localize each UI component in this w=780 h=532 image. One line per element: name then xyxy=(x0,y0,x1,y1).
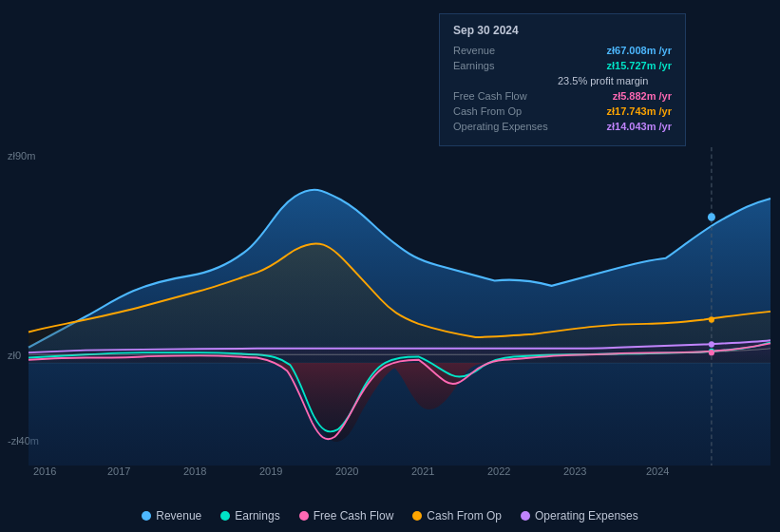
x-label-2019: 2019 xyxy=(259,466,282,477)
chart-legend: Revenue Earnings Free Cash Flow Cash Fro… xyxy=(0,509,780,522)
tooltip-value-earnings: zł15.727m /yr xyxy=(607,60,673,71)
tooltip-row-cashfromop: Cash From Op zł17.743m /yr xyxy=(453,105,672,117)
legend-label-fcf: Free Cash Flow xyxy=(314,509,394,522)
tooltip-row-earnings: Earnings zł15.727m /yr xyxy=(453,60,672,71)
chart-svg xyxy=(29,147,770,466)
tooltip-value-cashfromop: zł17.743m /yr xyxy=(607,105,673,117)
chart-area xyxy=(29,147,770,466)
tooltip-value-fcf: zł5.882m /yr xyxy=(613,90,672,102)
opex-dot xyxy=(709,341,714,347)
tooltip-label-fcf: Free Cash Flow xyxy=(453,90,558,102)
legend-item-opex[interactable]: Operating Expenses xyxy=(521,509,638,522)
tooltip-row-revenue: Revenue zł67.008m /yr xyxy=(453,45,672,56)
x-label-2017: 2017 xyxy=(107,466,130,477)
legend-dot-fcf xyxy=(299,511,309,521)
tooltip-label-opex: Operating Expenses xyxy=(453,121,558,132)
x-label-2021: 2021 xyxy=(411,466,434,477)
chart-container: Sep 30 2024 Revenue zł67.008m /yr Earnin… xyxy=(0,0,780,532)
legend-item-revenue[interactable]: Revenue xyxy=(142,509,201,522)
x-label-2023: 2023 xyxy=(563,466,586,477)
tooltip-row-fcf: Free Cash Flow zł5.882m /yr xyxy=(453,90,672,102)
tooltip-label-revenue: Revenue xyxy=(453,45,558,56)
legend-item-earnings[interactable]: Earnings xyxy=(220,509,279,522)
legend-label-cashfromop: Cash From Op xyxy=(427,509,502,522)
fcf-dot xyxy=(709,350,714,355)
legend-dot-cashfromop xyxy=(412,511,422,521)
tooltip-label-earnings: Earnings xyxy=(453,60,558,71)
tooltip-date: Sep 30 2024 xyxy=(453,24,672,37)
legend-label-opex: Operating Expenses xyxy=(535,509,638,522)
legend-label-revenue: Revenue xyxy=(156,509,201,522)
legend-label-earnings: Earnings xyxy=(235,509,279,522)
revenue-dot xyxy=(708,213,715,221)
cashfromop-dot xyxy=(709,316,714,322)
tooltip-value-opex: zł14.043m /yr xyxy=(607,121,673,132)
x-label-2018: 2018 xyxy=(183,466,206,477)
tooltip-label-cashfromop: Cash From Op xyxy=(453,105,558,117)
legend-item-fcf[interactable]: Free Cash Flow xyxy=(299,509,394,522)
y-label-mid: zł0 xyxy=(8,350,21,361)
legend-item-cashfromop[interactable]: Cash From Op xyxy=(412,509,502,522)
legend-dot-opex xyxy=(521,511,530,521)
legend-dot-revenue xyxy=(142,511,151,521)
x-label-2016: 2016 xyxy=(33,466,56,477)
tooltip-row-opex: Operating Expenses zł14.043m /yr xyxy=(453,121,672,132)
tooltip-margin: 23.5% profit margin xyxy=(453,75,672,86)
x-label-2024: 2024 xyxy=(646,466,669,477)
tooltip-value-revenue: zł67.008m /yr xyxy=(607,45,673,56)
tooltip-box: Sep 30 2024 Revenue zł67.008m /yr Earnin… xyxy=(439,13,686,146)
x-label-2020: 2020 xyxy=(335,466,358,477)
legend-dot-earnings xyxy=(220,511,230,521)
x-label-2022: 2022 xyxy=(487,466,510,477)
